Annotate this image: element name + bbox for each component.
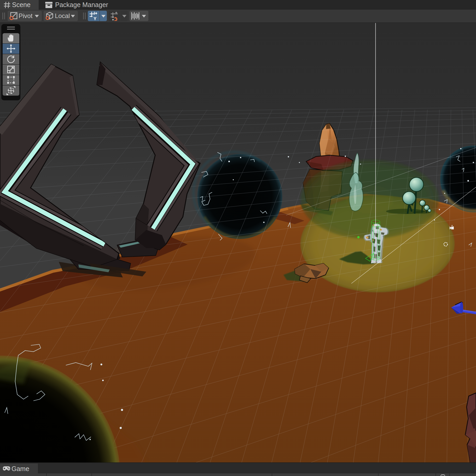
svg-text:Y: Y: [94, 16, 97, 21]
